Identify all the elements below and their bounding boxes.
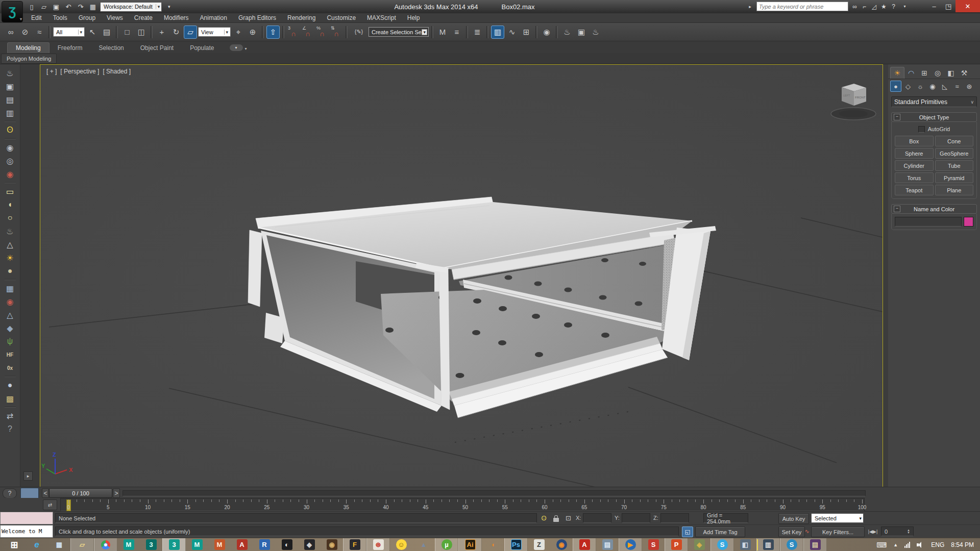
selection-set-dropdown[interactable]: Selected ▾: [811, 513, 864, 523]
select-and-rotate-icon[interactable]: ↻: [169, 26, 183, 39]
help-mode-button[interactable]: ?: [3, 488, 17, 498]
primitive-category-dropdown[interactable]: Standard Primitives ∨: [891, 96, 977, 107]
menu-maxscript[interactable]: MAXScript: [361, 14, 402, 21]
acrobat-reader-icon[interactable]: A: [573, 538, 596, 551]
save-file-icon[interactable]: ▣: [51, 2, 61, 12]
selection-lock-icon[interactable]: [551, 513, 561, 523]
render-production-icon[interactable]: ♨: [589, 26, 602, 39]
graphite-modeling-tools-toggle-icon[interactable]: ▥: [491, 26, 504, 39]
menu-help[interactable]: Help: [402, 14, 426, 21]
communication-center-icon[interactable]: ◿: [869, 2, 879, 11]
object-color-swatch[interactable]: [964, 217, 973, 227]
project-folder-icon[interactable]: ▦: [88, 2, 98, 12]
help-circle-icon[interactable]: ?: [4, 422, 17, 436]
file-explorer-icon[interactable]: ▱: [70, 538, 94, 551]
select-and-link-icon[interactable]: ∞: [4, 26, 17, 39]
touch-keyboard-icon[interactable]: ⌨: [876, 541, 887, 549]
qat-flyout-icon[interactable]: ▾: [164, 2, 174, 12]
ribbon-tab-populate[interactable]: Populate: [182, 43, 222, 53]
array-tool-icon[interactable]: ▦: [4, 282, 17, 295]
camera-icon[interactable]: ◉: [4, 141, 17, 154]
viewport-general-menu[interactable]: [ + ]: [46, 68, 57, 75]
environment-dialog-icon[interactable]: ▥: [4, 106, 17, 119]
messenger-icon[interactable]: ☺: [390, 538, 412, 551]
ribbon-tab-modeling[interactable]: Modeling: [7, 42, 50, 53]
connect-objects-icon[interactable]: ◉: [4, 295, 17, 308]
help-chevron-icon[interactable]: ▾: [900, 2, 910, 11]
notepad-icon[interactable]: ▤: [596, 538, 619, 551]
3dsmax-icon[interactable]: 3: [140, 538, 162, 551]
login-key-icon[interactable]: ⌐: [860, 2, 869, 11]
name-color-header[interactable]: − Name and Color: [891, 204, 977, 214]
current-frame-field[interactable]: 0 ▲▼: [881, 527, 914, 536]
viewport-layout-tab-arrow[interactable]: ▸: [23, 471, 33, 481]
object-type-teapot-button[interactable]: Teapot: [895, 185, 934, 195]
menu-group[interactable]: Group: [73, 14, 101, 21]
start-button[interactable]: ⊞: [3, 538, 26, 551]
viewport-pov-menu[interactable]: [ Perspective ]: [60, 68, 99, 75]
menu-edit[interactable]: Edit: [26, 14, 47, 21]
new-file-icon[interactable]: ▯: [27, 2, 37, 12]
category-helpers[interactable]: ◺: [939, 81, 950, 92]
volume-icon[interactable]: [917, 541, 924, 548]
search-history-icon[interactable]: ▸: [745, 2, 755, 11]
select-by-name-icon[interactable]: ▤: [100, 26, 113, 39]
listener-dialog-icon[interactable]: ⇄: [4, 409, 17, 422]
edit-named-selection-sets-icon[interactable]: {✎}: [350, 26, 368, 39]
selection-lock-area[interactable]: [20, 488, 39, 499]
menu-views[interactable]: Views: [101, 14, 129, 21]
percent-snap-icon[interactable]: %∩: [315, 26, 329, 39]
object-type-box-button[interactable]: Box: [895, 136, 934, 146]
viewcube[interactable]: FRONT LEFT: [831, 84, 876, 120]
rock-object-icon[interactable]: ◆: [4, 321, 17, 335]
align-icon[interactable]: ≡: [450, 26, 463, 39]
minimize-button[interactable]: –: [927, 0, 941, 12]
illustrator-icon[interactable]: Ai: [458, 538, 482, 551]
time-slider-track[interactable]: [122, 490, 866, 496]
figure-icon[interactable]: ▲: [412, 538, 435, 551]
render-setup-icon[interactable]: ♨: [560, 26, 574, 39]
clock[interactable]: 8:54 PM: [951, 541, 974, 548]
category-space-warps[interactable]: ≈: [951, 81, 963, 92]
curve-editor-icon[interactable]: ∿: [505, 26, 519, 39]
network-icon[interactable]: [904, 542, 910, 548]
dome-light-icon[interactable]: ◖: [4, 198, 17, 211]
viewport-shading-menu[interactable]: [ Shaded ]: [103, 68, 131, 75]
category-lights[interactable]: ☼: [915, 81, 926, 92]
game-icon-a[interactable]: ◐: [276, 538, 298, 551]
use-pivot-point-center-icon[interactable]: ⌖: [232, 26, 245, 39]
search-icon[interactable]: ∞: [850, 2, 860, 11]
new-key-filter-icon[interactable]: ∿: [803, 527, 811, 536]
object-type-sphere-button[interactable]: Sphere: [895, 148, 934, 159]
skype-b-icon[interactable]: S: [780, 538, 803, 551]
sphere-object-icon[interactable]: ●: [4, 379, 17, 392]
wire-teapot-icon[interactable]: ♨: [4, 224, 17, 238]
close-button[interactable]: ✕: [955, 0, 980, 12]
select-and-manipulate-icon[interactable]: ⊕: [246, 26, 259, 39]
frame-back-button[interactable]: <: [42, 488, 49, 498]
angle-snap-icon[interactable]: ∠∩: [301, 26, 314, 39]
z-coordinate-field[interactable]: [660, 513, 689, 523]
tab-create[interactable]: ☀: [890, 67, 904, 79]
stereo-camera-icon[interactable]: ◉: [4, 167, 17, 181]
tab-utilities[interactable]: ⚒: [958, 67, 971, 79]
photoshop-icon[interactable]: Ps: [504, 538, 528, 551]
viewport-canvas[interactable]: FRONT LEFT X Y Z: [40, 65, 883, 487]
menu-customize[interactable]: Customize: [321, 14, 361, 21]
open-mini-curve-editor-icon[interactable]: ⇄: [43, 499, 57, 510]
tab-motion[interactable]: ◎: [931, 67, 944, 79]
autodesk-icon[interactable]: A: [231, 538, 253, 551]
bind-to-space-warp-icon[interactable]: ≈: [33, 26, 46, 39]
object-type-cone-button[interactable]: Cone: [935, 136, 974, 146]
infocenter-help-icon[interactable]: ?: [889, 2, 898, 11]
chrome-icon[interactable]: [94, 538, 117, 551]
spinner-icon[interactable]: ▲▼: [907, 529, 910, 534]
select-object-icon[interactable]: ↖: [86, 26, 99, 39]
ribbon-tab-selection[interactable]: Selection: [90, 43, 132, 53]
mirror-icon[interactable]: M: [436, 26, 449, 39]
area-light-icon[interactable]: ▭: [4, 185, 17, 198]
space-warp-gizmo-icon[interactable]: △: [4, 308, 17, 321]
sun-light-icon[interactable]: ☀: [4, 251, 17, 264]
rendered-frame-window-icon[interactable]: ▣: [4, 80, 17, 93]
mudbox-icon[interactable]: M: [208, 538, 231, 551]
